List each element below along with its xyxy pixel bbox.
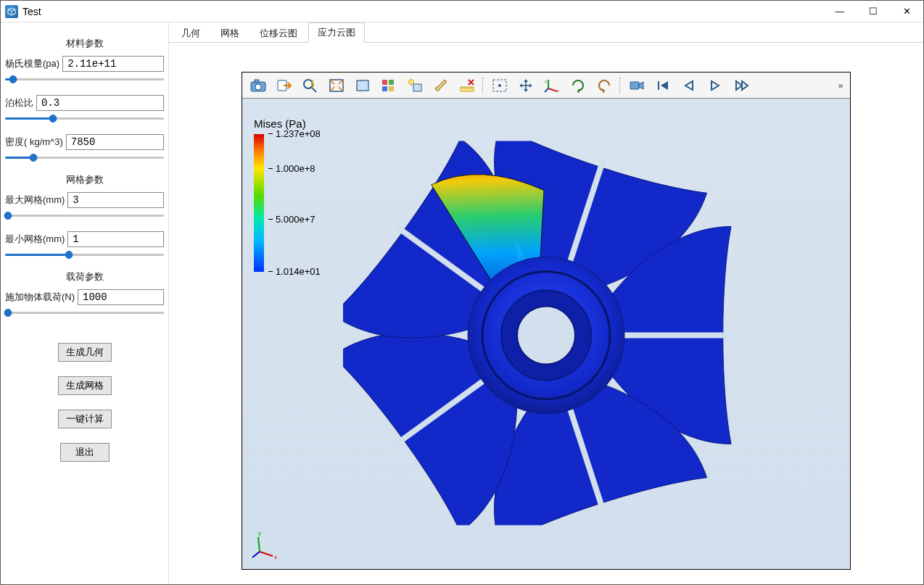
minmesh-input[interactable] (67, 231, 164, 247)
step-back-icon[interactable] (677, 75, 701, 96)
section-material-title: 材料参数 (5, 37, 164, 50)
load-input[interactable] (78, 289, 164, 305)
toolbar-separator (482, 78, 484, 94)
color-blocks-icon[interactable] (376, 75, 401, 96)
svg-text:y: y (545, 79, 547, 83)
viewport-3d[interactable]: Mises (Pa) 1.237e+081.000e+85.000e+71.01… (242, 99, 850, 569)
youngs-slider[interactable] (5, 73, 164, 85)
app-icon (5, 5, 18, 18)
model-3d (343, 141, 749, 527)
minmesh-row: 最小网格(mm) (5, 231, 164, 247)
maxmesh-input[interactable] (67, 192, 164, 208)
poisson-label: 泊松比 (5, 96, 33, 109)
xyz-axes-icon[interactable]: yx (540, 75, 564, 96)
close-button[interactable]: ✕ (890, 1, 923, 22)
titlebar: Test — ☐ ✕ (1, 1, 923, 22)
lightbulb-box-icon[interactable] (403, 75, 427, 96)
zoom-lightning-icon[interactable] (298, 75, 323, 96)
camera-icon[interactable] (246, 75, 271, 96)
minmesh-label: 最小网格(mm) (5, 233, 65, 246)
view-toolbar: yx» (242, 72, 850, 99)
tab-mesh[interactable]: 网格 (211, 23, 249, 43)
svg-point-34 (517, 306, 575, 364)
legend-colorbar (254, 134, 264, 272)
fit-window-icon[interactable] (324, 75, 349, 96)
svg-rect-12 (389, 86, 394, 91)
svg-text:x: x (557, 88, 559, 93)
app-window: Test — ☐ ✕ 材料参数 杨氏模量(pa) 泊松比 密度( (0, 0, 924, 585)
maxmesh-label: 最大网格(mm) (5, 194, 65, 207)
svg-text:x: x (274, 554, 277, 559)
main-area: 几何网格位移云图应力云图 yx» Mises (Pa) 1.237e+081.0… (169, 22, 923, 584)
svg-rect-25 (658, 81, 659, 90)
load-label: 施加物体载荷(N) (5, 291, 75, 304)
density-row: 密度( kg/m^3) (5, 134, 164, 150)
svg-rect-9 (382, 80, 387, 85)
density-label: 密度( kg/m^3) (5, 136, 63, 149)
section-load-title: 载荷参数 (5, 270, 164, 283)
svg-rect-11 (382, 86, 387, 91)
svg-line-37 (252, 552, 260, 557)
poisson-input[interactable] (36, 95, 164, 111)
svg-rect-1 (255, 80, 259, 83)
box-select-icon[interactable] (350, 75, 375, 96)
gen-geom-button[interactable]: 生成几何 (58, 343, 112, 362)
compute-button[interactable]: 一键计算 (58, 410, 112, 428)
move-icon[interactable] (513, 75, 538, 96)
sidebar: 材料参数 杨氏模量(pa) 泊松比 密度( kg/m^3) (1, 22, 169, 584)
color-legend: Mises (Pa) 1.237e+081.000e+85.000e+71.01… (254, 117, 306, 272)
ruler-delete-icon[interactable] (455, 75, 479, 96)
content-area: 材料参数 杨氏模量(pa) 泊松比 密度( kg/m^3) (1, 22, 923, 584)
play-icon[interactable] (703, 75, 727, 96)
youngs-input[interactable] (62, 56, 164, 72)
svg-point-2 (255, 84, 261, 90)
tab-disp[interactable]: 位移云图 (250, 23, 307, 43)
view-area: yx» Mises (Pa) 1.237e+081.000e+85.000e+7… (169, 43, 923, 584)
orientation-triad: x y z (251, 530, 280, 559)
view-frame: yx» Mises (Pa) 1.237e+081.000e+85.000e+7… (242, 72, 851, 570)
exit-button[interactable]: 退出 (60, 443, 110, 462)
svg-point-14 (409, 79, 414, 84)
minimize-button[interactable]: — (823, 1, 857, 22)
minmesh-slider[interactable] (5, 249, 164, 260)
legend-tick: 1.014e+01 (268, 266, 321, 277)
load-slider[interactable] (5, 307, 164, 318)
tabs: 几何网格位移云图应力云图 (169, 22, 923, 43)
load-row: 施加物体载荷(N) (5, 289, 164, 305)
brush-icon[interactable] (429, 75, 453, 96)
tab-geom[interactable]: 几何 (172, 23, 210, 43)
section-mesh-title: 网格参数 (5, 173, 164, 186)
maximize-button[interactable]: ☐ (857, 1, 890, 22)
density-slider[interactable] (5, 152, 164, 163)
toolbar-overflow-button[interactable]: » (834, 80, 847, 91)
svg-text:y: y (258, 530, 261, 536)
legend-tick: 1.237e+08 (268, 128, 321, 139)
youngs-label: 杨氏模量(pa) (5, 57, 59, 70)
svg-rect-13 (413, 84, 421, 91)
svg-rect-24 (630, 82, 639, 89)
poisson-row: 泊松比 (5, 95, 164, 111)
poisson-slider[interactable] (5, 112, 164, 124)
density-input[interactable] (66, 134, 164, 150)
svg-point-18 (498, 84, 501, 87)
tab-stress[interactable]: 应力云图 (308, 22, 365, 43)
svg-line-19 (548, 88, 557, 91)
youngs-row: 杨氏模量(pa) (5, 56, 164, 72)
video-camera-icon[interactable] (624, 75, 649, 96)
maxmesh-slider[interactable] (5, 209, 164, 221)
export-icon[interactable] (272, 75, 297, 96)
svg-line-21 (545, 88, 548, 92)
rotate-ccw-icon[interactable] (592, 75, 616, 96)
skip-start-icon[interactable] (651, 75, 675, 96)
svg-rect-7 (357, 80, 368, 91)
gen-mesh-button[interactable]: 生成网格 (58, 376, 112, 395)
svg-line-36 (258, 537, 260, 552)
legend-tick: 5.000e+7 (268, 214, 315, 225)
step-forward-icon[interactable] (729, 75, 754, 96)
svg-rect-10 (389, 80, 394, 85)
maxmesh-row: 最大网格(mm) (5, 192, 164, 208)
toolbar-separator (619, 78, 622, 94)
lasso-select-icon[interactable] (487, 75, 512, 96)
rotate-cw-icon[interactable] (566, 75, 590, 96)
window-title: Test (22, 6, 41, 17)
